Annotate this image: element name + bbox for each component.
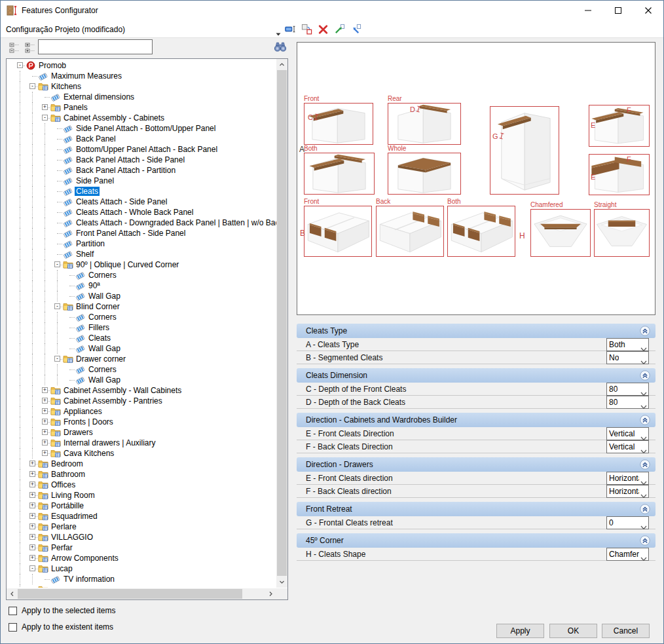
tree-item[interactable]: +Portábille xyxy=(7,501,276,511)
tree-item[interactable]: TV information xyxy=(7,574,276,584)
tree-item[interactable]: Back Panel xyxy=(7,134,276,144)
tree-item[interactable]: Cleats Attach - Whole Back Panel xyxy=(7,207,276,218)
tree-item[interactable]: -Lucap xyxy=(7,563,276,574)
tree-item[interactable]: +Living Room xyxy=(7,490,276,501)
tree-collapse-toggle[interactable]: - xyxy=(29,565,35,571)
import-configuration-button[interactable] xyxy=(333,22,346,35)
scroll-up-icon[interactable] xyxy=(276,59,287,70)
collapse-section-button[interactable] xyxy=(640,370,650,381)
property-dropdown[interactable]: Both xyxy=(606,338,649,351)
tree-expand-toggle[interactable]: + xyxy=(29,555,35,561)
tree-item[interactable]: Cleats Attach - Side Panel xyxy=(7,197,276,207)
tree-item[interactable]: -Blind Corner xyxy=(7,301,276,312)
rename-configuration-button[interactable] xyxy=(284,22,297,35)
tree-item[interactable]: Corners xyxy=(7,270,276,280)
cancel-button[interactable]: Cancel xyxy=(602,624,650,638)
ok-button[interactable]: OK xyxy=(549,624,597,638)
configuration-selector[interactable]: Configuração Projeto (modificado) xyxy=(6,22,282,36)
tree-item[interactable]: Shelf xyxy=(7,249,276,259)
tree-item[interactable]: Corners xyxy=(7,364,276,375)
tree-horizontal-scrollbar[interactable] xyxy=(7,588,276,599)
tree-collapse-toggle[interactable]: - xyxy=(42,115,48,121)
tree-expand-toggle[interactable]: + xyxy=(29,482,35,487)
tree-item[interactable]: +Cava Kitchens xyxy=(7,448,276,459)
tree-vertical-scrollbar[interactable] xyxy=(276,59,287,588)
tree-expand-toggle[interactable]: + xyxy=(29,461,35,466)
collapse-section-button[interactable] xyxy=(640,535,650,546)
tree-item[interactable]: +Cabinet Assembly - Wall Cabinets xyxy=(7,385,276,396)
tree-item[interactable]: -Cabinet Assembly - Cabinets xyxy=(7,113,276,123)
scroll-down-icon[interactable] xyxy=(276,577,287,588)
tree-expand-toggle[interactable]: + xyxy=(29,492,35,498)
tree-item[interactable]: Front Panel Attach - Side Panel xyxy=(7,228,276,238)
tree-expand-toggle[interactable]: + xyxy=(42,387,48,393)
property-dropdown[interactable]: 0 xyxy=(606,516,649,529)
tree-item[interactable]: Maximum Measures xyxy=(7,71,276,81)
tree-item[interactable]: External dimensions xyxy=(7,92,276,102)
tree-expand-toggle[interactable]: + xyxy=(42,408,48,414)
tree-expand-toggle[interactable]: + xyxy=(42,450,48,456)
tree-item[interactable]: +Appliances xyxy=(7,406,276,417)
minimize-button[interactable] xyxy=(573,1,603,20)
tree-search-input[interactable] xyxy=(38,39,153,54)
tree-collapse-toggle[interactable]: - xyxy=(54,261,60,267)
tree-expand-toggle[interactable]: + xyxy=(42,440,48,445)
tree-item[interactable]: Partition xyxy=(7,238,276,249)
property-dropdown[interactable]: Horizontal xyxy=(606,472,649,485)
tree-expand-toggle[interactable]: + xyxy=(29,471,35,477)
tree-item[interactable]: Back Panel Attach - Side Panel xyxy=(7,155,276,165)
tree-item[interactable]: Bottom/Upper Panel Attach - Back Panel xyxy=(7,144,276,155)
tree-item[interactable]: Wall Gap xyxy=(7,291,276,301)
tree-expand-toggle[interactable]: + xyxy=(42,419,48,425)
delete-configuration-button[interactable] xyxy=(316,22,329,35)
tree-item[interactable]: +Perlare xyxy=(7,521,276,532)
collapse-all-icon[interactable] xyxy=(9,42,21,54)
tree-item[interactable]: Back Panel Attach - Partition xyxy=(7,165,276,176)
tree-item[interactable]: Wall Gap xyxy=(7,343,276,354)
tree-expand-toggle[interactable]: + xyxy=(29,513,35,519)
tree-item[interactable]: -90º | Oblique | Curved Corner xyxy=(7,259,276,270)
tree-expand-toggle[interactable]: + xyxy=(29,502,35,508)
tree-item[interactable]: +Arrow Components xyxy=(7,553,276,563)
maximize-button[interactable] xyxy=(603,1,633,20)
tree-expand-toggle[interactable]: + xyxy=(29,544,35,550)
tree-item[interactable]: -Kitchens xyxy=(7,81,276,92)
tree-collapse-toggle[interactable]: - xyxy=(29,83,35,89)
collapse-section-button[interactable] xyxy=(640,415,650,425)
tree-item[interactable]: Corners xyxy=(7,312,276,322)
tree-item[interactable]: Side Panel xyxy=(7,176,276,186)
tree-item[interactable] xyxy=(7,584,276,588)
property-dropdown[interactable]: Horizontal xyxy=(606,485,649,498)
property-dropdown[interactable]: Vertical xyxy=(606,440,649,453)
tree-item[interactable]: Cleats xyxy=(7,333,276,343)
tree-collapse-toggle[interactable]: - xyxy=(17,62,23,68)
tree-item[interactable]: +VILLAGGIO xyxy=(7,532,276,542)
tree-expand-toggle[interactable]: + xyxy=(29,534,35,540)
tree-item[interactable]: 90ª xyxy=(7,280,276,291)
tree-expand-toggle[interactable]: + xyxy=(42,398,48,404)
tree-item[interactable]: -Drawer corner xyxy=(7,354,276,364)
tree-item[interactable]: +Drawers xyxy=(7,427,276,438)
tree-item[interactable]: +Bedroom xyxy=(7,459,276,469)
property-dropdown[interactable]: Vertical xyxy=(606,427,649,440)
tree-item[interactable]: +Bathroom xyxy=(7,469,276,480)
property-dropdown[interactable]: Chamfered xyxy=(606,548,649,561)
scroll-left-icon[interactable] xyxy=(7,588,18,599)
tree-item[interactable]: Wall Gap xyxy=(7,375,276,385)
search-binoculars-icon[interactable] xyxy=(274,41,287,53)
tree-item[interactable]: +Esquadrimed xyxy=(7,511,276,521)
tree-expand-toggle[interactable]: + xyxy=(42,104,48,110)
property-dropdown[interactable]: No xyxy=(606,351,649,364)
property-dropdown[interactable]: 80 xyxy=(606,383,649,396)
tree-item[interactable]: +Cabinet Assembly - Pantries xyxy=(7,396,276,406)
apply-button[interactable]: Apply xyxy=(496,624,544,638)
tree-item[interactable]: Cleats Attach - Downgraded Back Panel | … xyxy=(7,218,276,228)
vertical-scroll-thumb[interactable] xyxy=(277,70,287,576)
horizontal-scroll-thumb[interactable] xyxy=(18,589,242,599)
tree-item[interactable]: +Internal drawers | Auxiliary xyxy=(7,438,276,448)
tree-item[interactable]: +Fronts | Doors xyxy=(7,417,276,427)
collapse-section-button[interactable] xyxy=(640,504,650,514)
tree-item[interactable]: -Promob xyxy=(7,60,276,71)
checkbox-apply-existent-items[interactable] xyxy=(9,623,17,632)
copy-configuration-button[interactable] xyxy=(300,22,313,35)
